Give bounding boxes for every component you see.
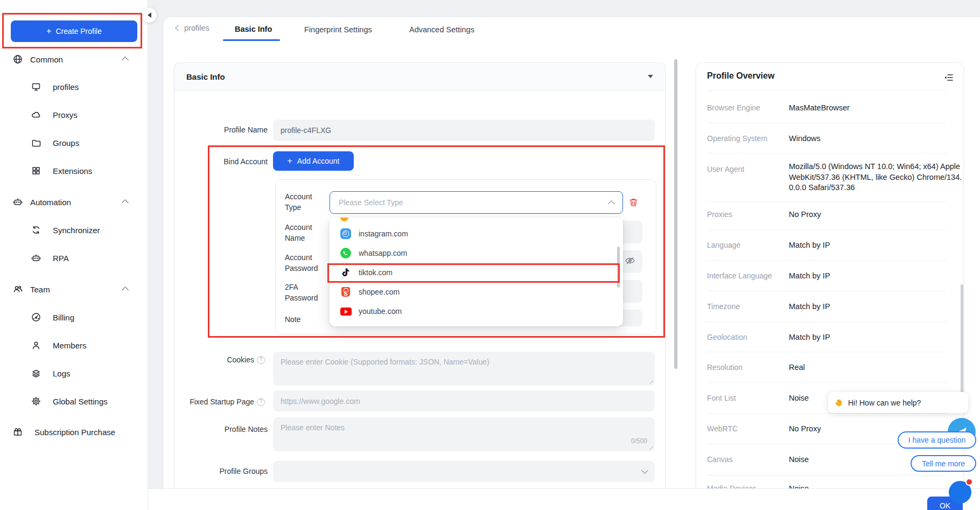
overview-row-value: Windows: [789, 134, 967, 144]
note-label: Note: [285, 314, 328, 325]
startup-label-row: Fixed Startup Page: [162, 397, 265, 406]
add-account-label: Add Account: [297, 157, 340, 165]
gift-icon: [13, 427, 23, 437]
select-placeholder: Please Select Type: [339, 198, 403, 207]
notes-field-wrap: 0/500: [273, 417, 655, 451]
collapse-caret-icon: [648, 75, 653, 78]
sidebar-group-label: Team: [30, 285, 50, 294]
waving-hand-emoji: [835, 398, 844, 407]
chevron-down-icon: [641, 467, 648, 474]
divider: [707, 260, 946, 261]
sidebar-item-members[interactable]: Members: [0, 337, 148, 353]
profile-groups-label: Profile Groups: [178, 467, 268, 476]
fixed-startup-page-label: Fixed Startup Page: [190, 397, 254, 406]
sidebar-item-label: Logs: [53, 369, 71, 378]
sidebar-item-profiles[interactable]: profiles: [0, 79, 148, 95]
profile-name-input[interactable]: [273, 120, 655, 141]
basic-info-card-header[interactable]: Basic Info: [174, 62, 666, 90]
create-profile-button[interactable]: Create Profile: [11, 20, 137, 42]
youtube-icon: [340, 306, 351, 317]
help-icon[interactable]: [257, 356, 265, 364]
overview-row-label: Canvas: [707, 455, 788, 464]
overview-scrollbar[interactable]: [961, 284, 963, 400]
option-tiktok[interactable]: tiktok.com: [330, 263, 623, 282]
tiktok-icon: [340, 267, 351, 278]
option-label: tiktok.com: [359, 268, 393, 277]
sidebar-item-extensions[interactable]: Extensions: [0, 163, 148, 179]
sidebar-group-automation[interactable]: Automation: [0, 194, 148, 210]
account-password-label: Account Password: [285, 252, 328, 274]
profile-notes-label: Profile Notes: [178, 425, 268, 434]
profile-overview-title: Profile Overview: [707, 71, 774, 81]
chat-question-button[interactable]: I have a question: [898, 431, 976, 449]
shopee-icon: S: [340, 287, 351, 297]
cookies-label-row: Cookies: [178, 355, 265, 364]
option-label: youtube.com: [359, 307, 402, 316]
divider: [707, 352, 946, 352]
overview-row-value: Match by IP: [789, 332, 967, 343]
option-youtube[interactable]: youtube.com: [330, 302, 623, 321]
divider: [707, 90, 946, 91]
divider: [707, 123, 946, 123]
instagram-icon: [340, 228, 351, 239]
account-type-select[interactable]: Please Select Type: [330, 191, 623, 214]
sidebar-collapse-button[interactable]: [142, 8, 157, 23]
overview-row-label: Proxies: [707, 210, 788, 219]
profile-notes-textarea[interactable]: [273, 417, 655, 451]
add-account-button[interactable]: Add Account: [273, 151, 354, 171]
option-whatsapp[interactable]: whatsapp.com: [330, 243, 623, 263]
sidebar-item-groups[interactable]: Groups: [0, 135, 148, 151]
active-tab-underline: [223, 39, 280, 41]
globe-icon: [13, 54, 23, 64]
panel-toggle-icon[interactable]: [943, 72, 954, 83]
overview-row-label: Language: [707, 241, 788, 249]
sidebar-item-proxys[interactable]: Proxys: [0, 107, 148, 123]
sidebar-item-global-settings[interactable]: Global Settings: [0, 393, 148, 409]
tab-fingerprint-settings[interactable]: Fingerprint Settings: [304, 25, 372, 34]
chevron-up-icon: [122, 199, 129, 206]
sidebar-item-logs[interactable]: Logs: [0, 365, 148, 381]
chevron-left-icon: [175, 25, 181, 31]
sidebar-item-label: RPA: [53, 254, 69, 263]
people-icon: [13, 284, 23, 294]
sidebar-item-rpa[interactable]: RPA: [0, 250, 148, 266]
tab-basic-info[interactable]: Basic Info: [235, 25, 272, 33]
sidebar-item-label: Extensions: [53, 166, 92, 176]
sidebar-item-billing[interactable]: Billing: [0, 309, 148, 325]
overview-row-label: Geolocation: [707, 333, 788, 341]
overview-row-label: Timezone: [707, 302, 788, 311]
chat-greeting-bubble[interactable]: Hi! How can we help?: [828, 392, 968, 413]
dropdown-scrollbar[interactable]: [617, 247, 620, 288]
sidebar-group-common[interactable]: Common: [0, 51, 148, 67]
whatsapp-icon: [340, 248, 351, 259]
tab-advanced-settings[interactable]: Advanced Settings: [409, 25, 474, 34]
monitor-icon: [31, 82, 41, 92]
overview-row-value: Match by IP: [789, 240, 967, 251]
overview-row-value: Match by IP: [789, 302, 967, 312]
eye-slash-icon[interactable]: [625, 255, 635, 266]
help-icon[interactable]: [257, 398, 265, 406]
delete-account-trash-icon[interactable]: [628, 197, 639, 207]
divider: [707, 153, 946, 153]
profile-name-label: Profile Name: [178, 125, 268, 134]
fixed-startup-page-input[interactable]: [273, 390, 655, 411]
back-to-profiles-link[interactable]: profiles: [176, 24, 209, 32]
chevron-up-icon: [122, 287, 129, 294]
chat-tell-me-more-button[interactable]: Tell me more: [911, 455, 976, 472]
option-instagram[interactable]: instagram.com: [330, 224, 623, 243]
main-scrollbar[interactable]: [674, 59, 677, 369]
sidebar-item-subscription-purchase[interactable]: Subscription Purchase: [0, 424, 148, 440]
person-icon: [31, 340, 41, 350]
twofa-password-label: 2FA Password: [285, 282, 328, 303]
sidebar-group-team[interactable]: Team: [0, 281, 148, 297]
profile-groups-select[interactable]: [273, 461, 655, 482]
account-type-label: Account Type: [285, 191, 328, 213]
robot-icon: [31, 253, 41, 263]
overview-row-value: No Proxy: [789, 209, 967, 220]
sidebar-item-label: Proxys: [53, 110, 78, 120]
layers-icon: [31, 368, 41, 378]
sidebar-item-synchronizer[interactable]: Synchronizer: [0, 222, 148, 238]
overview-row-label: Interface Language: [707, 271, 788, 280]
cookies-textarea[interactable]: [273, 352, 655, 386]
option-shopee[interactable]: S shopee.com: [330, 282, 623, 302]
